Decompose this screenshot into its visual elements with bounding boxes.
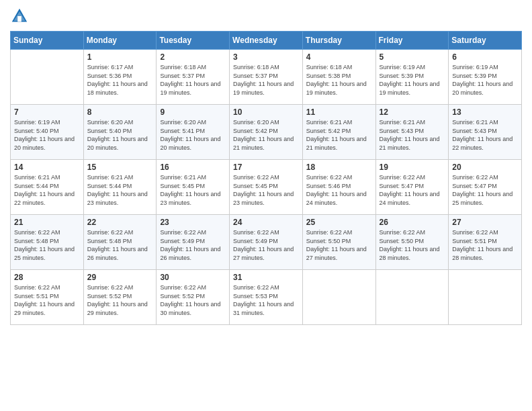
day-cell: 16Sunrise: 6:21 AMSunset: 5:45 PMDayligh… — [157, 160, 230, 215]
day-info: Sunrise: 6:22 AMSunset: 5:46 PMDaylight:… — [306, 173, 372, 207]
day-info: Sunrise: 6:18 AMSunset: 5:37 PMDaylight:… — [233, 63, 299, 97]
day-cell: 28Sunrise: 6:22 AMSunset: 5:51 PMDayligh… — [11, 270, 84, 325]
day-info: Sunrise: 6:19 AMSunset: 5:39 PMDaylight:… — [380, 63, 445, 97]
day-header-tuesday: Tuesday — [157, 32, 230, 50]
day-cell: 17Sunrise: 6:22 AMSunset: 5:45 PMDayligh… — [230, 160, 303, 215]
day-info: Sunrise: 6:20 AMSunset: 5:41 PMDaylight:… — [160, 118, 226, 152]
day-cell — [375, 270, 449, 325]
week-row-3: 14Sunrise: 6:21 AMSunset: 5:44 PMDayligh… — [11, 160, 522, 215]
day-number: 25 — [306, 218, 372, 227]
day-info: Sunrise: 6:22 AMSunset: 5:47 PMDaylight:… — [380, 173, 445, 207]
day-cell: 19Sunrise: 6:22 AMSunset: 5:47 PMDayligh… — [375, 160, 449, 215]
day-header-saturday: Saturday — [449, 32, 522, 50]
day-cell: 8Sunrise: 6:20 AMSunset: 5:40 PMDaylight… — [83, 105, 157, 160]
day-info: Sunrise: 6:22 AMSunset: 5:49 PMDaylight:… — [233, 228, 299, 262]
day-info: Sunrise: 6:21 AMSunset: 5:42 PMDaylight:… — [306, 118, 372, 152]
day-number: 14 — [14, 163, 80, 172]
day-cell: 29Sunrise: 6:22 AMSunset: 5:52 PMDayligh… — [83, 270, 157, 325]
day-cell: 6Sunrise: 6:19 AMSunset: 5:39 PMDaylight… — [449, 50, 522, 105]
day-number: 7 — [14, 107, 80, 117]
day-cell: 23Sunrise: 6:22 AMSunset: 5:49 PMDayligh… — [157, 215, 230, 270]
day-number: 19 — [380, 163, 445, 172]
svg-rect-2 — [17, 16, 21, 21]
logo-icon — [10, 7, 29, 26]
day-number: 5 — [380, 52, 445, 62]
day-info: Sunrise: 6:19 AMSunset: 5:39 PMDaylight:… — [452, 63, 518, 97]
calendar-table: SundayMondayTuesdayWednesdayThursdayFrid… — [10, 31, 522, 325]
day-header-thursday: Thursday — [302, 32, 375, 50]
day-cell: 26Sunrise: 6:22 AMSunset: 5:50 PMDayligh… — [375, 215, 449, 270]
day-info: Sunrise: 6:21 AMSunset: 5:43 PMDaylight:… — [452, 118, 518, 152]
day-cell: 11Sunrise: 6:21 AMSunset: 5:42 PMDayligh… — [302, 105, 375, 160]
day-info: Sunrise: 6:22 AMSunset: 5:50 PMDaylight:… — [380, 228, 445, 262]
day-cell: 1Sunrise: 6:17 AMSunset: 5:36 PMDaylight… — [83, 50, 157, 105]
day-info: Sunrise: 6:18 AMSunset: 5:37 PMDaylight:… — [160, 63, 226, 97]
day-number: 22 — [87, 218, 153, 227]
day-header-friday: Friday — [375, 32, 449, 50]
day-cell: 3Sunrise: 6:18 AMSunset: 5:37 PMDaylight… — [230, 50, 303, 105]
day-info: Sunrise: 6:21 AMSunset: 5:45 PMDaylight:… — [160, 173, 226, 207]
day-cell — [449, 270, 522, 325]
day-cell: 14Sunrise: 6:21 AMSunset: 5:44 PMDayligh… — [11, 160, 84, 215]
day-number: 27 — [452, 218, 518, 227]
week-row-5: 28Sunrise: 6:22 AMSunset: 5:51 PMDayligh… — [11, 270, 522, 325]
day-info: Sunrise: 6:22 AMSunset: 5:45 PMDaylight:… — [233, 173, 299, 207]
day-info: Sunrise: 6:22 AMSunset: 5:53 PMDaylight:… — [233, 283, 299, 317]
day-number: 8 — [87, 107, 153, 117]
day-cell: 10Sunrise: 6:20 AMSunset: 5:42 PMDayligh… — [230, 105, 303, 160]
day-info: Sunrise: 6:22 AMSunset: 5:52 PMDaylight:… — [160, 283, 226, 317]
header — [10, 7, 522, 26]
day-number: 12 — [380, 107, 445, 117]
day-info: Sunrise: 6:22 AMSunset: 5:48 PMDaylight:… — [14, 228, 80, 262]
day-info: Sunrise: 6:22 AMSunset: 5:49 PMDaylight:… — [160, 228, 226, 262]
day-info: Sunrise: 6:21 AMSunset: 5:43 PMDaylight:… — [380, 118, 445, 152]
day-header-sunday: Sunday — [11, 32, 84, 50]
day-number: 6 — [452, 52, 518, 62]
day-cell: 31Sunrise: 6:22 AMSunset: 5:53 PMDayligh… — [230, 270, 303, 325]
day-info: Sunrise: 6:21 AMSunset: 5:44 PMDaylight:… — [87, 173, 153, 207]
day-info: Sunrise: 6:20 AMSunset: 5:40 PMDaylight:… — [87, 118, 153, 152]
day-cell: 15Sunrise: 6:21 AMSunset: 5:44 PMDayligh… — [83, 160, 157, 215]
day-cell: 9Sunrise: 6:20 AMSunset: 5:41 PMDaylight… — [157, 105, 230, 160]
day-cell: 21Sunrise: 6:22 AMSunset: 5:48 PMDayligh… — [11, 215, 84, 270]
day-number: 17 — [233, 163, 299, 172]
day-cell — [11, 50, 84, 105]
day-info: Sunrise: 6:22 AMSunset: 5:51 PMDaylight:… — [452, 228, 518, 262]
day-cell: 27Sunrise: 6:22 AMSunset: 5:51 PMDayligh… — [449, 215, 522, 270]
day-number: 28 — [14, 273, 80, 282]
day-number: 9 — [160, 107, 226, 117]
week-row-1: 1Sunrise: 6:17 AMSunset: 5:36 PMDaylight… — [11, 50, 522, 105]
day-cell: 25Sunrise: 6:22 AMSunset: 5:50 PMDayligh… — [302, 215, 375, 270]
day-number: 31 — [233, 273, 299, 282]
day-cell: 20Sunrise: 6:22 AMSunset: 5:47 PMDayligh… — [449, 160, 522, 215]
day-number: 18 — [306, 163, 372, 172]
day-info: Sunrise: 6:18 AMSunset: 5:38 PMDaylight:… — [306, 63, 372, 97]
day-cell: 7Sunrise: 6:19 AMSunset: 5:40 PMDaylight… — [11, 105, 84, 160]
day-info: Sunrise: 6:22 AMSunset: 5:47 PMDaylight:… — [452, 173, 518, 207]
header-row: SundayMondayTuesdayWednesdayThursdayFrid… — [11, 32, 522, 50]
day-number: 29 — [87, 273, 153, 282]
day-info: Sunrise: 6:22 AMSunset: 5:52 PMDaylight:… — [87, 283, 153, 317]
day-info: Sunrise: 6:19 AMSunset: 5:40 PMDaylight:… — [14, 118, 80, 152]
week-row-4: 21Sunrise: 6:22 AMSunset: 5:48 PMDayligh… — [11, 215, 522, 270]
day-header-monday: Monday — [83, 32, 157, 50]
day-cell: 4Sunrise: 6:18 AMSunset: 5:38 PMDaylight… — [302, 50, 375, 105]
day-info: Sunrise: 6:22 AMSunset: 5:48 PMDaylight:… — [87, 228, 153, 262]
day-info: Sunrise: 6:20 AMSunset: 5:42 PMDaylight:… — [233, 118, 299, 152]
day-cell: 13Sunrise: 6:21 AMSunset: 5:43 PMDayligh… — [449, 105, 522, 160]
day-number: 24 — [233, 218, 299, 227]
day-cell: 5Sunrise: 6:19 AMSunset: 5:39 PMDaylight… — [375, 50, 449, 105]
day-cell: 22Sunrise: 6:22 AMSunset: 5:48 PMDayligh… — [83, 215, 157, 270]
day-number: 16 — [160, 163, 226, 172]
page: SundayMondayTuesdayWednesdayThursdayFrid… — [0, 0, 532, 411]
day-number: 4 — [306, 52, 372, 62]
day-info: Sunrise: 6:21 AMSunset: 5:44 PMDaylight:… — [14, 173, 80, 207]
day-cell: 30Sunrise: 6:22 AMSunset: 5:52 PMDayligh… — [157, 270, 230, 325]
day-header-wednesday: Wednesday — [230, 32, 303, 50]
day-number: 15 — [87, 163, 153, 172]
day-info: Sunrise: 6:22 AMSunset: 5:51 PMDaylight:… — [14, 283, 80, 317]
day-cell: 12Sunrise: 6:21 AMSunset: 5:43 PMDayligh… — [375, 105, 449, 160]
day-number: 21 — [14, 218, 80, 227]
day-number: 2 — [160, 52, 226, 62]
day-number: 10 — [233, 107, 299, 117]
